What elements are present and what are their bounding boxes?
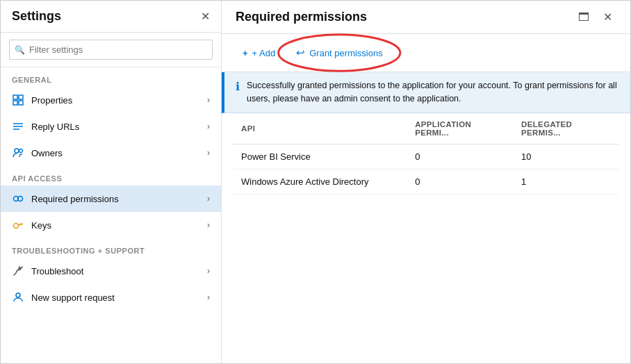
add-button[interactable]: + + Add bbox=[233, 44, 285, 63]
sidebar-item-reply-urls[interactable]: Reply URLs › bbox=[1, 113, 221, 140]
section-label-general: GENERAL bbox=[1, 67, 221, 87]
main-header-actions: 🗖 ✕ bbox=[574, 9, 616, 25]
properties-icon bbox=[12, 94, 24, 106]
minimize-button[interactable]: 🗖 bbox=[574, 9, 593, 25]
svg-point-8 bbox=[19, 149, 23, 153]
new-support-request-chevron: › bbox=[207, 292, 210, 302]
table-row: Power BI Service 0 10 bbox=[233, 144, 619, 169]
keys-chevron: › bbox=[207, 220, 210, 230]
properties-label: Properties bbox=[31, 95, 72, 106]
add-icon: + bbox=[243, 48, 248, 58]
main-header: Required permissions 🗖 ✕ bbox=[222, 1, 630, 34]
table-row: Windows Azure Active Directory 0 1 bbox=[233, 169, 619, 194]
svg-point-15 bbox=[16, 293, 20, 297]
owners-label: Owners bbox=[31, 148, 63, 158]
grant-label: Grant permissions bbox=[309, 48, 382, 58]
sidebar-search-container: 🔍 bbox=[1, 33, 221, 67]
sidebar-item-properties[interactable]: Properties › bbox=[1, 87, 221, 113]
troubleshoot-icon bbox=[12, 265, 24, 277]
section-label-troubleshooting: TROUBLESHOOTING + SUPPORT bbox=[1, 238, 221, 258]
reply-urls-label: Reply URLs bbox=[31, 122, 79, 132]
del-perms-power-bi: 10 bbox=[513, 144, 619, 169]
col-header-del-perms: DELEGATED PERMIS... bbox=[513, 113, 619, 144]
svg-point-7 bbox=[15, 149, 19, 153]
permissions-table-container: API APPLICATION PERMI... DELEGATED PERMI… bbox=[222, 113, 630, 364]
info-banner-text: Successfully granted permissions to the … bbox=[247, 79, 619, 106]
sidebar-item-new-support-request[interactable]: New support request › bbox=[1, 284, 221, 311]
search-icon: 🔍 bbox=[15, 45, 25, 55]
troubleshoot-chevron: › bbox=[207, 266, 210, 276]
owners-chevron: › bbox=[207, 148, 210, 158]
sidebar-title: Settings bbox=[12, 9, 61, 24]
main-content: Required permissions 🗖 ✕ + + Add ↩ Grant… bbox=[222, 1, 630, 363]
troubleshoot-label: Troubleshoot bbox=[31, 266, 83, 276]
required-permissions-label: Required permissions bbox=[31, 194, 119, 204]
filter-settings-input[interactable] bbox=[9, 40, 213, 60]
grant-icon: ↩ bbox=[296, 47, 305, 59]
close-button[interactable]: ✕ bbox=[599, 9, 616, 25]
section-label-api-access: API ACCESS bbox=[1, 166, 221, 185]
svg-rect-3 bbox=[19, 101, 23, 105]
sidebar-header: Settings ✕ bbox=[1, 1, 221, 33]
new-support-request-icon bbox=[12, 291, 24, 304]
svg-point-11 bbox=[14, 224, 19, 229]
keys-icon bbox=[12, 219, 24, 231]
api-name-power-bi: Power BI Service bbox=[233, 144, 407, 169]
settings-sidebar: Settings ✕ 🔍 GENERAL Properties › bbox=[1, 1, 222, 363]
del-perms-azure-ad: 1 bbox=[513, 169, 619, 194]
api-name-azure-ad: Windows Azure Active Directory bbox=[233, 169, 407, 194]
required-permissions-icon bbox=[12, 192, 24, 205]
app-perms-power-bi: 0 bbox=[407, 144, 513, 169]
col-header-app-perms: APPLICATION PERMI... bbox=[407, 113, 513, 144]
sidebar-item-keys[interactable]: Keys › bbox=[1, 212, 221, 238]
required-permissions-chevron: › bbox=[207, 194, 210, 204]
reply-urls-chevron: › bbox=[207, 122, 210, 131]
svg-rect-0 bbox=[13, 95, 17, 99]
grant-permissions-button[interactable]: ↩ Grant permissions bbox=[285, 41, 393, 65]
keys-label: Keys bbox=[31, 220, 51, 231]
sidebar-item-troubleshoot[interactable]: Troubleshoot › bbox=[1, 258, 221, 284]
properties-chevron: › bbox=[207, 95, 210, 105]
svg-rect-1 bbox=[19, 95, 23, 99]
add-label: + Add bbox=[252, 48, 276, 58]
col-header-api: API bbox=[233, 113, 407, 144]
main-title: Required permissions bbox=[236, 10, 367, 24]
info-icon: ℹ bbox=[236, 80, 240, 93]
svg-rect-2 bbox=[13, 101, 17, 105]
reply-urls-icon bbox=[12, 120, 24, 133]
owners-icon bbox=[12, 147, 24, 159]
permissions-table: API APPLICATION PERMI... DELEGATED PERMI… bbox=[233, 113, 619, 195]
sidebar-item-required-permissions[interactable]: Required permissions › bbox=[1, 185, 221, 212]
info-banner: ℹ Successfully granted permissions to th… bbox=[222, 72, 630, 113]
sidebar-close-button[interactable]: ✕ bbox=[201, 10, 210, 23]
sidebar-item-owners[interactable]: Owners › bbox=[1, 140, 221, 166]
toolbar: + + Add ↩ Grant permissions bbox=[222, 34, 630, 72]
app-perms-azure-ad: 0 bbox=[407, 169, 513, 194]
new-support-request-label: New support request bbox=[31, 292, 115, 303]
